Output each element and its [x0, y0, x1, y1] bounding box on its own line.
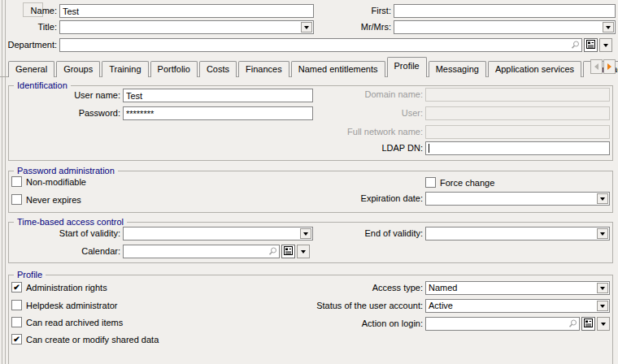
tab-scroll-left-button[interactable] — [590, 59, 603, 74]
access-type-label: Access type: — [305, 281, 423, 295]
user-input — [425, 106, 610, 120]
start-of-validity-label: Start of validity: — [7, 227, 120, 240]
status-of-user-account-label: Status of the user account: — [305, 299, 423, 313]
mr-mrs-combobox[interactable] — [394, 20, 616, 34]
department-input[interactable] — [60, 39, 581, 51]
domain-name-input — [425, 88, 610, 102]
department-label: Department: — [2, 38, 57, 52]
browse-list-icon — [586, 40, 595, 50]
never-expires-checkbox[interactable] — [11, 194, 22, 205]
time-based-access-control-group-title: Time-based access control — [14, 216, 127, 228]
dropdown-arrow-icon[interactable] — [301, 22, 312, 32]
browse-list-icon — [584, 318, 593, 329]
never-expires-label: Never expires — [26, 194, 81, 206]
tab-portfolio[interactable]: Portfolio — [150, 61, 198, 77]
user-detail-window: Name: First: Title: Mr/Mrs: Department: … — [0, 0, 618, 364]
can-create-or-modify-shared-data-checkbox[interactable]: ✔ — [11, 334, 22, 344]
calendar-field[interactable] — [123, 245, 280, 258]
expiration-date-combobox[interactable] — [425, 192, 610, 206]
dropdown-arrow-icon[interactable] — [597, 193, 608, 204]
helpdesk-administrator-label: Helpdesk administrator — [26, 300, 118, 311]
calendar-browse-button[interactable] — [281, 245, 295, 258]
dropdown-arrow-icon[interactable] — [597, 301, 608, 311]
user-name-label: User name: — [7, 89, 120, 102]
end-of-validity-label: End of validity: — [305, 227, 423, 240]
dropdown-arrow-icon — [603, 44, 608, 47]
ldap-dn-input[interactable] — [425, 141, 610, 155]
first-name-label: First: — [324, 4, 391, 18]
browse-list-icon — [284, 246, 293, 257]
action-on-login-label: Action on login: — [305, 317, 423, 331]
tab-bar: General Groups Training Portfolio Costs … — [8, 58, 618, 77]
end-of-validity-combobox[interactable] — [425, 227, 610, 240]
user-name-input[interactable] — [123, 89, 313, 102]
can-read-archived-items-label: Can read archived items — [26, 317, 123, 328]
department-field[interactable] — [59, 38, 582, 52]
action-on-login-dropdown-button[interactable] — [597, 317, 610, 331]
tab-costs[interactable]: Costs — [199, 61, 237, 77]
can-create-or-modify-shared-data-label: Can create or modify shared data — [26, 334, 159, 345]
force-change-label: Force change — [440, 177, 494, 188]
tab-general[interactable]: General — [8, 61, 54, 77]
administration-rights-label: Administration rights — [26, 282, 107, 293]
tab-profile[interactable]: Profile — [387, 57, 427, 77]
action-on-login-field[interactable] — [425, 317, 580, 331]
calendar-dropdown-button[interactable] — [297, 245, 310, 258]
non-modifiable-label: Non-modifiable — [26, 176, 86, 188]
title-combobox[interactable] — [59, 20, 314, 34]
user-label: User: — [305, 106, 423, 120]
full-network-name-input — [425, 125, 610, 139]
dropdown-arrow-icon — [301, 250, 306, 254]
domain-name-label: Domain name: — [305, 88, 423, 102]
dropdown-arrow-icon — [601, 323, 606, 326]
calendar-input[interactable] — [124, 245, 279, 258]
action-on-login-browse-button[interactable] — [581, 317, 595, 331]
force-change-checkbox[interactable] — [425, 177, 436, 188]
profile-group-title: Profile — [14, 269, 46, 280]
ldap-dn-label: LDAP DN: — [305, 141, 423, 155]
access-type-combobox[interactable]: Named — [425, 281, 610, 295]
text-caret — [429, 144, 429, 153]
department-dropdown-button[interactable] — [599, 38, 612, 52]
password-label: Password: — [7, 106, 120, 120]
tab-application-services[interactable]: Application services — [488, 61, 581, 77]
action-on-login-input[interactable] — [426, 318, 579, 330]
password-administration-group-title: Password administration — [14, 165, 118, 176]
name-input[interactable] — [59, 4, 314, 18]
tab-groups[interactable]: Groups — [56, 61, 100, 77]
dropdown-arrow-icon[interactable] — [597, 283, 608, 293]
department-browse-button[interactable] — [584, 38, 598, 52]
full-network-name-label: Full network name: — [305, 125, 423, 139]
non-modifiable-checkbox[interactable] — [11, 176, 22, 187]
calendar-label: Calendar: — [7, 245, 120, 258]
name-label: Name: — [7, 4, 57, 18]
helpdesk-administrator-checkbox[interactable] — [11, 300, 22, 310]
arrow-right-icon — [607, 63, 611, 70]
combo-value: Named — [429, 282, 457, 294]
left-edge-line — [5, 0, 6, 364]
first-name-input[interactable] — [394, 4, 616, 18]
dropdown-arrow-icon[interactable] — [603, 22, 614, 32]
status-of-user-account-combobox[interactable]: Active — [425, 299, 610, 313]
can-read-archived-items-checkbox[interactable] — [11, 317, 22, 327]
start-of-validity-combobox[interactable] — [123, 227, 313, 240]
dropdown-arrow-icon[interactable] — [597, 228, 608, 239]
administration-rights-checkbox[interactable]: ✔ — [11, 282, 22, 292]
search-icon[interactable] — [571, 41, 580, 50]
left-edge-line — [2, 0, 2, 364]
arrow-left-icon — [594, 63, 598, 70]
password-input[interactable] — [123, 106, 313, 120]
mr-mrs-label: Mr/Mrs: — [324, 20, 391, 34]
search-icon[interactable] — [568, 319, 577, 328]
tab-named-entitlements[interactable]: Named entitlements — [291, 61, 385, 77]
tab-messaging[interactable]: Messaging — [429, 61, 486, 77]
tab-training[interactable]: Training — [102, 61, 148, 77]
combo-value: Active — [429, 300, 453, 312]
tab-scroll-right-button[interactable] — [603, 59, 616, 74]
search-icon[interactable] — [268, 247, 277, 256]
title-label: Title: — [7, 20, 57, 34]
tab-finances[interactable]: Finances — [238, 61, 289, 77]
expiration-date-label: Expiration date: — [305, 192, 423, 206]
